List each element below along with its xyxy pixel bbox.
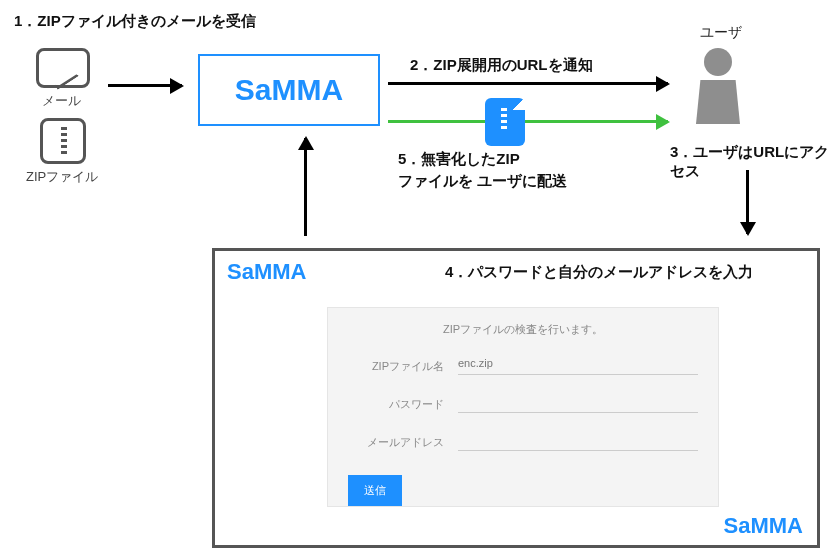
mailaddr-label: メールアドレス (348, 435, 458, 450)
step-2-label: 2．ZIP展開用のURLを通知 (410, 56, 593, 75)
zip-attachment-icon (40, 118, 86, 164)
step-1-label: 1．ZIPファイル付きのメールを受信 (14, 12, 256, 31)
zip-caption: ZIPファイル (26, 168, 98, 186)
mailaddr-input[interactable] (458, 433, 698, 451)
samma-system-box: SaMMA (198, 54, 380, 126)
arrow-mail-to-samma (108, 84, 182, 87)
form-row-mail: メールアドレス (348, 431, 698, 453)
password-input[interactable] (458, 395, 698, 413)
arrow-user-access (746, 170, 749, 234)
mail-icon (36, 48, 90, 88)
arrow-url-notify (388, 82, 668, 85)
password-label: パスワード (348, 397, 458, 412)
zip-inspect-form: ZIPファイルの検査を行います。 ZIPファイル名 enc.zip パスワード … (327, 307, 719, 507)
step-5-label-line2: ファイルを ユーザに配送 (398, 172, 567, 191)
submit-button[interactable]: 送信 (348, 475, 402, 506)
user-head-icon (704, 48, 732, 76)
form-heading: ZIPファイルの検査を行います。 (348, 322, 698, 337)
step-3-label: 3．ユーザはURLにアクセス (670, 143, 840, 181)
viewer-brand: SaMMA (227, 259, 306, 285)
form-row-zipname: ZIPファイル名 enc.zip (348, 355, 698, 377)
sanitized-zip-icon (485, 98, 525, 146)
zip-viewer-panel: SaMMA 4．パスワードと自分のメールアドレスを入力 ZIPファイルの検査を行… (212, 248, 820, 548)
zipname-label: ZIPファイル名 (348, 359, 458, 374)
form-row-password: パスワード (348, 393, 698, 415)
step-4-label: 4．パスワードと自分のメールアドレスを入力 (445, 263, 753, 282)
user-body-icon (696, 80, 740, 124)
arrow-deliver-zip (388, 120, 668, 123)
viewer-footer-brand: SaMMA (724, 513, 803, 539)
zipname-value: enc.zip (458, 357, 698, 375)
mail-caption: メール (42, 92, 81, 110)
user-caption: ユーザ (700, 24, 742, 42)
step-5-label-line1: 5．無害化したZIP (398, 150, 520, 169)
arrow-viewer-to-samma (304, 138, 307, 236)
